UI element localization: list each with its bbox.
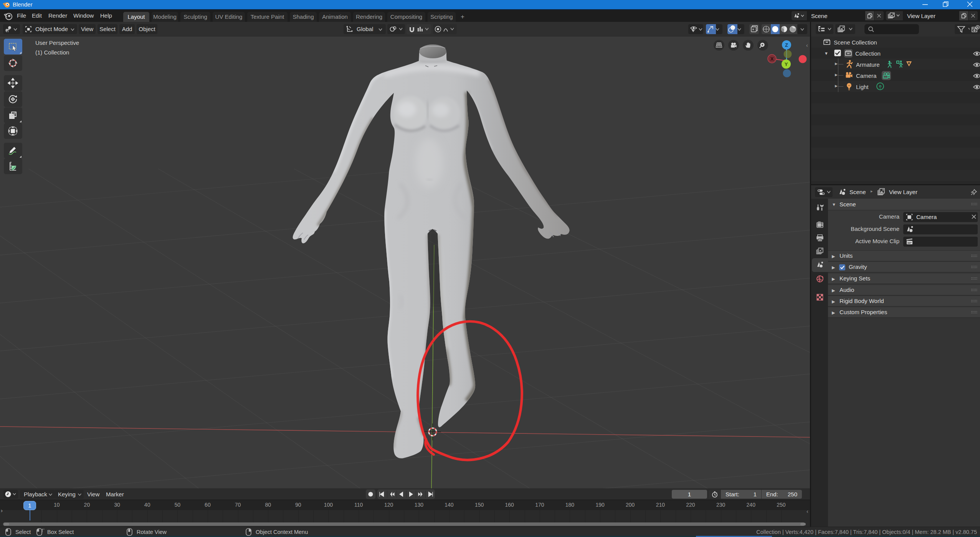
svg-text:Y: Y bbox=[785, 61, 788, 67]
svg-text:X: X bbox=[770, 56, 774, 62]
svg-text:Z: Z bbox=[785, 42, 788, 48]
